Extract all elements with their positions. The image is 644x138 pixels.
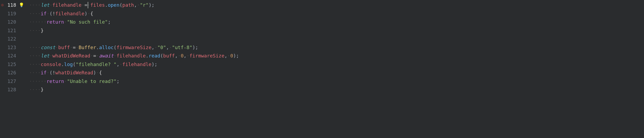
line-number[interactable]: 121 — [5, 26, 18, 35]
punct-semi: ; — [116, 78, 119, 84]
string: "Unable to read?" — [67, 78, 116, 84]
line-number[interactable]: 125 — [5, 60, 18, 69]
whitespace: · — [169, 45, 172, 50]
punct-lparen: ( — [49, 11, 52, 16]
string: "0" — [157, 45, 166, 50]
code-line[interactable]: ····let·filehandle·=·files.open(path,·"r… — [29, 1, 644, 9]
punct-lbrace: { — [90, 11, 93, 16]
identifier: whatDidWeRead — [55, 70, 93, 75]
whitespace: · — [70, 45, 73, 50]
code-line[interactable]: ····} — [29, 85, 644, 94]
punct-dot: . — [61, 61, 64, 67]
operator: = — [73, 45, 76, 50]
whitespace: · — [178, 53, 181, 59]
whitespace: · — [114, 53, 116, 59]
code-line[interactable]: ······return·"Unable to read?"; — [29, 77, 644, 86]
line-number[interactable]: 119 — [5, 9, 18, 18]
punct-rparen: ) — [84, 11, 87, 16]
code-line[interactable]: ····} — [29, 26, 644, 35]
function-call: read — [148, 53, 160, 59]
identifier: filehandle — [52, 2, 82, 8]
keyword-let: let — [41, 2, 49, 8]
lightbulb-icon[interactable]: 💡 — [19, 1, 24, 9]
gutter-row: 121 — [0, 26, 29, 35]
identifier: filehandle — [122, 61, 151, 67]
whitespace: · — [119, 61, 122, 67]
whitespace: · — [90, 53, 93, 59]
gutter: 118 💡 119 120 121 122 — [0, 0, 29, 94]
punct-rparen: ) — [233, 53, 236, 59]
line-number[interactable]: 126 — [5, 68, 18, 77]
code-line[interactable]: ····let·whatDidWeRead·=·await·filehandle… — [29, 52, 644, 60]
whitespace: · — [186, 53, 189, 59]
punct-comma: , — [134, 2, 137, 8]
punct-semi: ; — [236, 53, 239, 59]
line-number[interactable]: 128 — [5, 85, 18, 94]
code-line[interactable] — [29, 35, 644, 43]
whitespace: ···· — [29, 45, 41, 50]
punct-semi: ; — [154, 61, 157, 67]
punct-semi: ; — [195, 45, 198, 50]
whitespace: ···· — [29, 70, 41, 75]
code-line[interactable]: ······return·"No such file"; — [29, 18, 644, 26]
code-line[interactable]: ····if·(!filehandle)·{ — [29, 9, 644, 18]
gutter-row: 119 — [0, 9, 29, 18]
punct-lparen: ( — [114, 45, 116, 50]
punct-comma: , — [183, 53, 186, 59]
breakpoint-column[interactable] — [0, 4, 5, 6]
punct-comma: , — [175, 53, 178, 59]
whitespace: ······ — [29, 19, 47, 25]
identifier: console — [41, 61, 61, 67]
text-cursor — [88, 2, 88, 8]
string: "filehandle? " — [76, 61, 116, 67]
whitespace: ······ — [29, 78, 47, 84]
line-number[interactable]: 127 — [5, 77, 18, 86]
identifier: buff — [58, 45, 70, 50]
whitespace: · — [82, 2, 84, 8]
whitespace: ···· — [29, 53, 41, 59]
line-number[interactable]: 120 — [5, 18, 18, 26]
punct-lparen: ( — [49, 70, 52, 75]
punct-dot: . — [146, 53, 149, 59]
class-name: Buffer — [79, 45, 96, 50]
keyword-let: let — [41, 53, 49, 59]
whitespace: · — [64, 19, 67, 25]
line-number[interactable]: 123 — [5, 43, 18, 52]
code-line[interactable]: ····console.log("filehandle? ",·filehand… — [29, 60, 644, 69]
punct-lparen: ( — [119, 2, 122, 8]
code-area[interactable]: ····let·filehandle·=·files.open(path,·"r… — [29, 0, 644, 94]
punct-lbrace: { — [99, 70, 102, 75]
punct-rparen: ) — [148, 2, 151, 8]
punct-dot: . — [105, 2, 108, 8]
number: 0 — [181, 53, 184, 59]
punct-rparen: ) — [151, 61, 154, 67]
lightbulb-column[interactable]: 💡 — [18, 1, 25, 9]
code-line[interactable]: ····if·(!whatDidWeRead)·{ — [29, 68, 644, 77]
line-number[interactable]: 118 — [5, 1, 18, 9]
string: "utf-8" — [172, 45, 192, 50]
gutter-row: 123 — [0, 43, 29, 52]
operator-not: ! — [52, 11, 55, 16]
whitespace: ···· — [29, 28, 41, 33]
punct-comma: , — [166, 45, 169, 50]
line-number[interactable]: 124 — [5, 52, 18, 60]
whitespace: ···· — [29, 11, 41, 16]
function-call: alloc — [99, 45, 114, 50]
gutter-row: 126 — [0, 68, 29, 77]
string: "r" — [140, 2, 149, 8]
punct-rparen: ) — [93, 70, 96, 75]
breakpoint-icon[interactable] — [1, 4, 4, 6]
line-number[interactable]: 122 — [5, 35, 18, 43]
whitespace: · — [47, 70, 49, 75]
gutter-row: 118 💡 — [0, 1, 29, 9]
punct-comma: , — [224, 53, 227, 59]
keyword-return: return — [47, 78, 64, 84]
whitespace: · — [49, 2, 52, 8]
whitespace: · — [76, 45, 79, 50]
number: 0 — [230, 53, 233, 59]
code-editor[interactable]: 118 💡 119 120 121 122 — [0, 0, 644, 94]
gutter-row: 128 — [0, 85, 29, 94]
code-line[interactable]: ····const·buff·=·Buffer.alloc(firmwareSi… — [29, 43, 644, 52]
whitespace: · — [154, 45, 157, 50]
identifier: path — [122, 2, 134, 8]
